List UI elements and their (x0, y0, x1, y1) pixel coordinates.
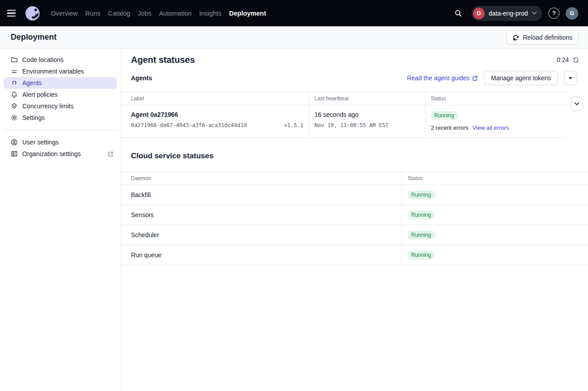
refresh-icon[interactable] (572, 57, 579, 63)
layers-icon (11, 103, 18, 110)
nav-item-automation[interactable]: Automation (159, 7, 192, 20)
chevron-down-icon (532, 12, 537, 15)
nav-item-catalog[interactable]: Catalog (108, 7, 130, 20)
agent-label-cell: Agent 0a271966 0a271966-de67-4043-a3f6-a… (121, 105, 309, 137)
avatar[interactable]: G (566, 7, 578, 20)
env-vars-icon (11, 68, 18, 75)
sidebar-item-user-settings[interactable]: User settings (4, 136, 117, 148)
manage-agent-tokens-button[interactable]: Manage agent tokens (484, 71, 558, 85)
heartbeat-relative: 16 seconds ago (314, 111, 420, 118)
daemon-row-run-queue: Run queue Running (121, 245, 588, 265)
refresh-timer: 0:24 (557, 56, 569, 63)
search-icon[interactable] (452, 7, 465, 20)
menu-icon[interactable] (7, 7, 20, 20)
status-badge: Running (408, 210, 435, 219)
agent-uuid: 0a271966-de67-4043-a3f6-aca31dc44d1d (131, 122, 247, 128)
bell-icon (11, 91, 18, 98)
column-status: Status (425, 92, 566, 105)
daemon-row-scheduler: Scheduler Running (121, 225, 588, 245)
help-icon[interactable]: ? (548, 8, 559, 19)
main-content: Agent statuses 0:24 Agents Read the agen… (121, 49, 588, 391)
daemon-name: Sensors (121, 205, 402, 225)
workspace-name: data-eng-prod (489, 10, 528, 17)
agent-statuses-heading: Agent statuses (131, 54, 195, 66)
agent-icon (11, 79, 18, 86)
page-title: Deployment (11, 33, 57, 42)
status-badge: Running (431, 111, 458, 120)
user-icon (11, 139, 18, 146)
dagster-logo-icon[interactable] (25, 5, 41, 21)
daemon-name: Backfill (121, 185, 402, 205)
daemon-row-backfill: Backfill Running (121, 185, 588, 205)
sidebar-item-settings[interactable]: Settings (4, 112, 117, 123)
sidebar-item-concurrency-limits[interactable]: Concurrency limits (4, 100, 117, 112)
column-daemon: Daemon (121, 172, 402, 185)
view-all-errors-link[interactable]: View all errors (473, 124, 509, 131)
agent-name: Agent 0a271966 (131, 111, 303, 118)
deployment-sidebar: Code locations Environment variables Age… (0, 49, 121, 391)
nav-item-insights[interactable]: Insights (199, 7, 221, 20)
sidebar-divider (4, 130, 117, 130)
agent-row: Agent 0a271966 0a271966-de67-4043-a3f6-a… (121, 105, 566, 138)
external-link-icon (472, 75, 478, 81)
agents-more-actions-button[interactable] (564, 71, 577, 85)
page-header: Deployment Reload definitions (0, 26, 588, 49)
external-link-icon (108, 151, 114, 157)
cloud-service-statuses-heading: Cloud service statuses (131, 151, 578, 161)
workspace-badge: D (473, 8, 485, 19)
agents-section-label: Agents (131, 74, 152, 82)
nav-item-jobs[interactable]: Jobs (138, 7, 151, 20)
sidebar-item-code-locations[interactable]: Code locations (4, 54, 117, 66)
cloud-table-header: Daemon Status (121, 172, 588, 185)
folder-icon (11, 56, 18, 63)
heartbeat-timestamp: Nov 19, 11:00:55 AM EST (314, 122, 420, 128)
nav-item-overview[interactable]: Overview (51, 7, 78, 20)
sidebar-item-agents[interactable]: Agents (4, 77, 117, 89)
column-last-heartbeat: Last heartbeat (309, 92, 425, 105)
status-badge: Running (408, 251, 435, 259)
reload-icon (512, 34, 519, 41)
caret-down-icon (569, 77, 572, 79)
reload-definitions-button[interactable]: Reload definitions (506, 30, 578, 45)
cloud-services-table: Daemon Status Backfill Running Sensors R… (121, 172, 588, 265)
primary-nav: Overview Runs Catalog Jobs Automation In… (51, 7, 266, 20)
column-label: Label (121, 92, 309, 105)
nav-item-runs[interactable]: Runs (85, 7, 100, 20)
column-status: Status (402, 172, 588, 185)
agent-row-expand-button[interactable] (571, 97, 583, 111)
agent-guides-link[interactable]: Read the agent guides (407, 74, 478, 82)
building-icon (11, 150, 18, 157)
agents-table: Label Last heartbeat Status Agent 0a2719… (121, 92, 566, 138)
refresh-countdown: 0:24 (557, 56, 579, 63)
nav-item-deployment[interactable]: Deployment (229, 7, 266, 20)
status-badge: Running (408, 190, 435, 199)
recent-errors-text: 2 recent errors (431, 124, 469, 131)
daemon-name: Scheduler (121, 225, 402, 245)
agent-version: v1.5.1 (284, 122, 303, 128)
chevron-down-icon (574, 102, 580, 106)
sidebar-item-environment-variables[interactable]: Environment variables (4, 66, 117, 77)
agent-heartbeat-cell: 16 seconds ago Nov 19, 11:00:55 AM EST (309, 105, 425, 137)
top-navbar: Overview Runs Catalog Jobs Automation In… (0, 0, 588, 26)
gear-icon (11, 114, 18, 121)
agent-status-cell: Running 2 recent errors View all errors (425, 105, 566, 137)
status-badge: Running (408, 230, 435, 239)
agents-table-header: Label Last heartbeat Status (121, 92, 566, 105)
sidebar-item-organization-settings[interactable]: Organization settings (4, 148, 117, 160)
daemon-name: Run queue (121, 245, 402, 265)
workspace-switcher[interactable]: D data-eng-prod (471, 6, 542, 21)
daemon-row-sensors: Sensors Running (121, 205, 588, 225)
sidebar-item-alert-policies[interactable]: Alert policies (4, 89, 117, 100)
